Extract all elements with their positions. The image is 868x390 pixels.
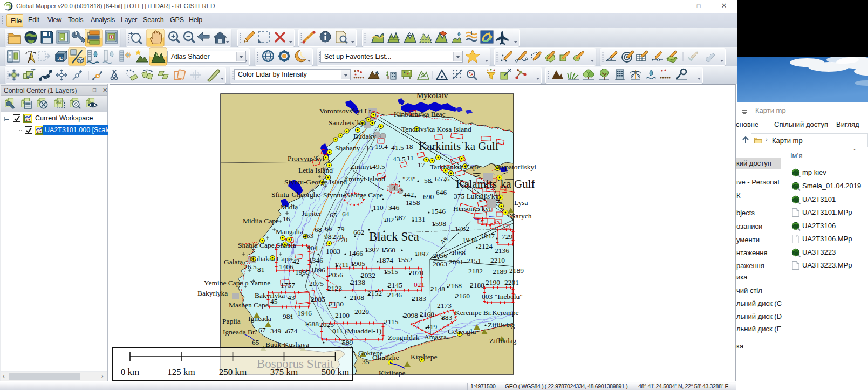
svg-text:79: 79	[337, 225, 345, 233]
svg-text:987: 987	[395, 214, 406, 222]
svg-text:Tendrivs'ka Kosa Island: Tendrivs'ka Kosa Island	[401, 125, 471, 133]
svg-text:Kaliakra Cape: Kaliakra Cape	[250, 255, 292, 263]
svg-text:981: 981	[283, 312, 293, 320]
svg-text:1552: 1552	[398, 256, 412, 264]
svg-text:2130: 2130	[329, 300, 344, 308]
svg-text:2108: 2108	[350, 293, 364, 302]
svg-text:Midia: Midia	[281, 203, 298, 211]
svg-text:1131: 1131	[411, 215, 426, 223]
svg-text:Zonguldak: Zonguldak	[388, 333, 420, 341]
svg-text:Smela_01.04.2019: Smela_01.04.2019	[802, 182, 861, 190]
svg-text:1946: 1946	[297, 309, 312, 317]
svg-text:2151: 2151	[467, 257, 481, 265]
svg-text:1598: 1598	[432, 220, 446, 228]
svg-text:270: 270	[332, 232, 344, 241]
svg-text:1307: 1307	[365, 245, 379, 254]
svg-text:904: 904	[307, 244, 318, 252]
svg-text:2085: 2085	[311, 295, 325, 303]
svg-text:42: 42	[292, 257, 300, 265]
svg-text:2100: 2100	[335, 311, 350, 319]
svg-text:65: 65	[330, 211, 337, 219]
svg-text:2189: 2189	[509, 266, 524, 275]
svg-text:1560: 1560	[381, 246, 395, 254]
svg-text:2056: 2056	[433, 251, 447, 259]
svg-text:883: 883	[441, 313, 453, 321]
svg-text:1346: 1346	[309, 256, 323, 264]
svg-text:35: 35	[362, 358, 370, 366]
svg-text:"23": "23"	[402, 175, 416, 183]
svg-text:Amasra: Amasra	[424, 333, 447, 341]
svg-text:Kerempe: Kerempe	[492, 309, 518, 317]
svg-text:65: 65	[435, 175, 442, 183]
svg-text:589: 589	[342, 338, 353, 346]
svg-text:19.4: 19.4	[375, 142, 388, 150]
svg-text:65: 65	[252, 338, 259, 346]
svg-text:674: 674	[286, 327, 298, 335]
svg-text:Ziflikdag: Ziflikdag	[489, 337, 516, 345]
svg-text:Sfyntu-George Island: Sfyntu-George Island	[284, 178, 347, 186]
svg-text:003 "Inebolu": 003 "Inebolu"	[482, 292, 523, 300]
svg-text:Igneada: Igneada	[248, 314, 271, 323]
svg-text:1158: 1158	[406, 199, 420, 207]
svg-text:18: 18	[406, 142, 413, 150]
svg-text:2190: 2190	[486, 278, 500, 286]
svg-text:646: 646	[436, 188, 447, 196]
svg-text:Zminyi Island: Zminyi Island	[344, 175, 385, 183]
svg-text:1546: 1546	[431, 207, 446, 215]
svg-text:Mykolaiv: Mykolaiv	[416, 91, 448, 100]
svg-text:442: 442	[403, 190, 414, 199]
svg-text:2160: 2160	[455, 292, 470, 300]
svg-text:11: 11	[407, 154, 414, 162]
svg-text:690: 690	[423, 193, 434, 201]
svg-text:Mashen Cape: Mashen Cape	[229, 301, 269, 309]
svg-text:Ziflikdag: Ziflikdag	[488, 321, 515, 329]
svg-text:Lysa: Lysa	[514, 199, 528, 207]
svg-text:26.5: 26.5	[244, 263, 257, 271]
svg-text:43: 43	[288, 293, 295, 302]
svg-text:Kiziltepe: Kiziltepe	[411, 353, 437, 361]
svg-text:2148: 2148	[430, 285, 445, 293]
svg-text:2124: 2124	[478, 242, 493, 250]
svg-text:Sanzheis`kyi: Sanzheis`kyi	[329, 119, 366, 127]
svg-text:81: 81	[257, 265, 265, 273]
svg-text:2168: 2168	[447, 282, 462, 290]
svg-text:1874: 1874	[379, 256, 393, 264]
svg-text:Midiia Cape: Midiia Cape	[243, 217, 279, 225]
svg-text:2063: 2063	[433, 260, 447, 268]
svg-text:1466: 1466	[348, 249, 363, 257]
svg-text:2138: 2138	[351, 278, 365, 286]
svg-text:76: 76	[442, 175, 450, 183]
svg-text:1406: 1406	[279, 263, 293, 271]
svg-text:419: 419	[426, 323, 438, 331]
svg-text:2152: 2152	[367, 289, 382, 297]
svg-text:13: 13	[366, 144, 373, 152]
svg-text:Kalamits`ka Gulf: Kalamits`ka Gulf	[456, 177, 535, 190]
svg-text:1711: 1711	[334, 261, 349, 269]
svg-text:1897: 1897	[414, 250, 429, 258]
svg-text:2115: 2115	[384, 318, 399, 326]
svg-text:346: 346	[388, 203, 400, 211]
svg-text:43.5: 43.5	[393, 155, 406, 163]
svg-text:3D: 3D	[57, 56, 64, 61]
svg-text:Shabla: Shabla	[276, 241, 296, 249]
svg-text:Papiia: Papiia	[222, 317, 241, 325]
svg-text:011 (Muaddel-1): 011 (Muaddel-1)	[332, 327, 381, 335]
svg-text:2136: 2136	[495, 247, 509, 255]
svg-text:375 Lukull's'kyi: 375 Lukull's'kyi	[454, 192, 501, 200]
svg-text:2173: 2173	[437, 302, 452, 310]
svg-text:2032: 2032	[361, 271, 375, 279]
svg-text:2188: 2188	[470, 281, 484, 289]
svg-text:Shahany: Shahany	[335, 144, 360, 152]
svg-text:2189: 2189	[493, 268, 507, 276]
svg-text:Budaky: Budaky	[353, 132, 376, 140]
svg-text:110: 110	[373, 203, 384, 211]
svg-text:Letia Island: Letia Island	[298, 166, 333, 174]
svg-text:463: 463	[303, 231, 314, 240]
svg-text:2075: 2075	[309, 279, 324, 288]
svg-text:729: 729	[502, 232, 513, 241]
svg-text:Kinburns'ka Beac: Kinburns'ka Beac	[394, 110, 446, 118]
svg-text:2146: 2146	[387, 291, 402, 299]
svg-text:64: 64	[342, 210, 350, 218]
svg-text:UA3T3223: UA3T3223	[802, 248, 836, 256]
svg-text:1896: 1896	[311, 266, 325, 274]
